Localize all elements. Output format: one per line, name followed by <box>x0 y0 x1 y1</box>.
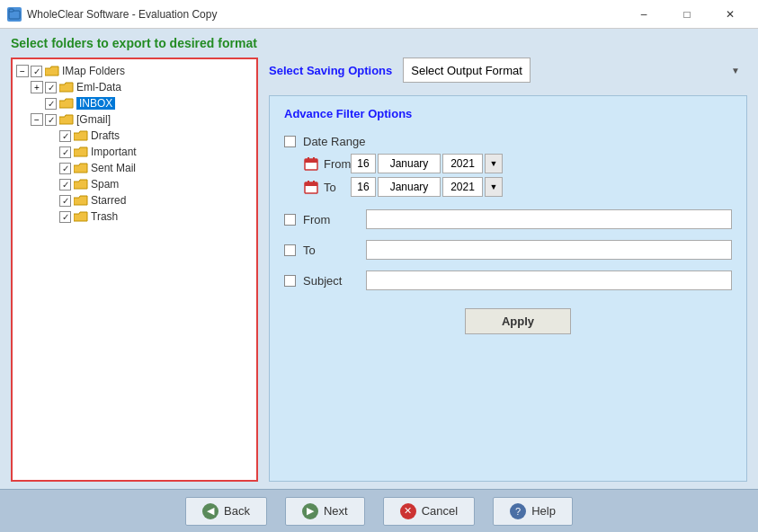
apply-btn-container: Apply <box>284 301 732 334</box>
checkbox-trash[interactable] <box>59 211 71 223</box>
list-item[interactable]: Important <box>59 144 253 160</box>
date-from-field-group: ▼ <box>351 154 503 173</box>
checkbox-spam[interactable] <box>59 179 71 191</box>
folder-panel: − IMap Folders + Eml-Data <box>11 58 258 482</box>
to-filter-label: To <box>303 244 366 257</box>
next-icon: ▶ <box>302 503 318 519</box>
list-item[interactable]: Spam <box>59 176 253 192</box>
expander-emldata[interactable]: + <box>31 81 43 93</box>
item-label-inbox: INBOX <box>76 97 115 110</box>
apply-button[interactable]: Apply <box>465 308 571 334</box>
checkbox-emldata[interactable] <box>45 82 57 93</box>
help-label: Help <box>531 504 556 518</box>
from-calendar-btn[interactable]: ▼ <box>485 154 503 173</box>
list-item[interactable]: + Eml-Data <box>31 79 253 95</box>
close-button[interactable]: ✕ <box>709 1 751 28</box>
checkbox-to[interactable] <box>284 244 296 256</box>
subject-filter-label: Subject <box>303 274 366 288</box>
expander-gmail[interactable]: − <box>31 113 43 126</box>
checkbox-inbox[interactable] <box>45 98 57 110</box>
checkbox-important[interactable] <box>59 146 71 158</box>
right-panel: Select Saving Options Select Output Form… <box>269 58 747 482</box>
minimize-button[interactable]: – <box>623 1 664 28</box>
checkbox-gmail[interactable] <box>45 114 57 126</box>
item-label-important: Important <box>91 146 137 158</box>
to-day-input[interactable] <box>351 177 376 197</box>
checkbox-starred[interactable] <box>59 195 71 207</box>
to-filter-row: To <box>284 240 732 260</box>
folder-icon-spam <box>74 179 88 190</box>
list-item[interactable]: INBOX <box>45 95 253 111</box>
item-label-drafts: Drafts <box>91 129 120 142</box>
page-title: Select folders to export to desired form… <box>11 36 747 50</box>
list-item[interactable]: Drafts <box>59 128 253 144</box>
from-month-input[interactable] <box>378 154 441 173</box>
titlebar: WholeClear Software - Evaluation Copy – … <box>0 0 758 29</box>
next-button[interactable]: ▶ Next <box>285 497 365 526</box>
save-options-label: Select Saving Options <box>269 64 392 77</box>
checkbox-sentmail[interactable] <box>59 163 71 174</box>
to-filter-input[interactable] <box>366 240 732 260</box>
back-button[interactable]: ◀ Back <box>185 497 267 526</box>
date-rows: From ▼ <box>304 154 732 197</box>
subject-filter-input[interactable] <box>366 270 732 290</box>
folder-icon-gmail <box>59 114 74 125</box>
format-select-wrapper: Select Output Format PST PDF MSG EML MBO… <box>403 58 747 83</box>
svg-rect-1 <box>9 9 13 12</box>
date-to-row: To ▼ <box>304 177 732 197</box>
item-label-sentmail: Sent Mail <box>91 162 136 174</box>
to-year-input[interactable] <box>442 177 483 197</box>
content-area: − IMap Folders + Eml-Data <box>11 58 747 482</box>
checkbox-subject[interactable] <box>284 275 296 287</box>
date-range-section: Date Range <box>284 135 732 197</box>
main-content: Select folders to export to desired form… <box>0 29 758 489</box>
from-label: From <box>324 157 351 171</box>
from-filter-label: From <box>303 213 366 226</box>
item-label-starred: Starred <box>91 194 126 207</box>
from-filter-input[interactable] <box>366 209 732 229</box>
help-button[interactable]: ? Help <box>493 497 573 526</box>
date-range-label: Date Range <box>303 135 366 148</box>
folder-icon-drafts <box>74 130 88 141</box>
checkbox-from[interactable] <box>284 214 296 226</box>
next-label: Next <box>324 504 348 518</box>
item-label-gmail: [Gmail] <box>76 113 111 126</box>
svg-rect-3 <box>305 159 317 163</box>
list-item[interactable]: Trash <box>59 208 253 225</box>
expander-imap[interactable]: − <box>16 65 29 77</box>
date-from-row: From ▼ <box>304 154 732 173</box>
filter-panel: Advance Filter Options Date Range <box>269 95 747 482</box>
titlebar-title: WholeClear Software - Evaluation Copy <box>27 8 217 21</box>
checkbox-imap[interactable] <box>31 66 42 77</box>
to-label-date: To <box>324 181 351 194</box>
list-item[interactable]: Sent Mail <box>59 160 253 176</box>
folder-icon-inbox <box>59 98 74 109</box>
folder-icon-imap <box>45 66 59 76</box>
folder-icon-important <box>74 146 88 157</box>
subject-filter-row: Subject <box>284 270 732 290</box>
to-month-input[interactable] <box>378 177 441 197</box>
list-item[interactable]: − IMap Folders <box>16 63 253 79</box>
from-day-input[interactable] <box>351 154 376 173</box>
cancel-button[interactable]: ✕ Cancel <box>383 497 475 526</box>
help-icon: ? <box>510 503 526 519</box>
save-options-row: Select Saving Options Select Output Form… <box>269 58 747 83</box>
to-calendar-btn[interactable]: ▼ <box>485 177 503 197</box>
item-label-trash: Trash <box>91 210 118 223</box>
titlebar-controls: – □ ✕ <box>623 1 751 28</box>
svg-rect-7 <box>305 182 317 186</box>
list-item[interactable]: − [Gmail] <box>31 111 253 128</box>
date-to-field-group: ▼ <box>351 177 503 197</box>
filter-title: Advance Filter Options <box>284 107 732 120</box>
calendar-from-icon <box>304 156 318 171</box>
list-item[interactable]: Starred <box>59 192 253 208</box>
from-year-input[interactable] <box>442 154 483 173</box>
checkbox-drafts[interactable] <box>59 130 71 142</box>
maximize-button[interactable]: □ <box>666 1 708 28</box>
back-icon: ◀ <box>202 503 218 519</box>
checkbox-date-range[interactable] <box>284 136 296 147</box>
date-range-header: Date Range <box>284 135 732 148</box>
cancel-label: Cancel <box>422 504 458 518</box>
format-select[interactable]: Select Output Format PST PDF MSG EML MBO… <box>403 58 531 83</box>
app-icon <box>7 7 22 22</box>
